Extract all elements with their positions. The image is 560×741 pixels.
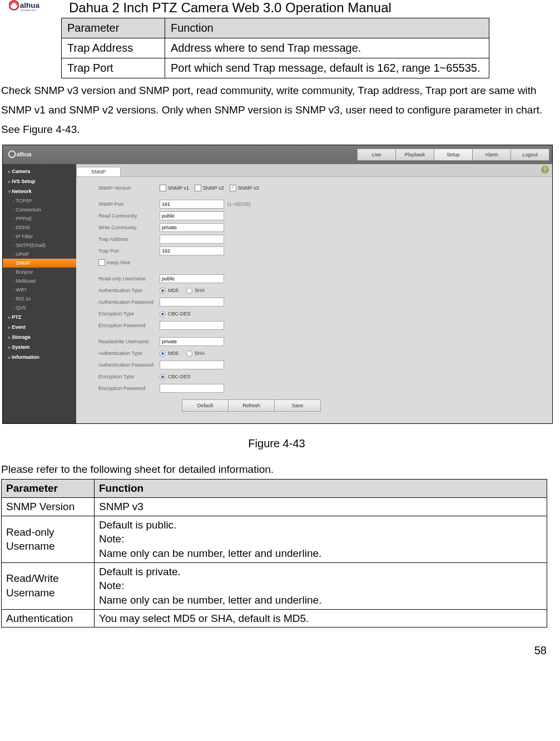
input-read-community[interactable] (160, 211, 224, 220)
th-parameter: Parameter (2, 480, 95, 498)
text-md5: MD5 (168, 288, 179, 293)
sidebar-item-smtp[interactable]: SMTP(Email) (3, 241, 76, 250)
label-trap-port: Trap Port (98, 248, 160, 254)
sidebar-item-wifi[interactable]: WIFI (3, 285, 76, 294)
save-button[interactable]: Save (274, 399, 321, 412)
svg-text:TECHNOLOGY: TECHNOLOGY (21, 9, 37, 12)
td-param: Trap Address (62, 38, 165, 58)
text-snmp-v3: SNMP v3 (238, 185, 259, 191)
text-snmp-v2: SNMP v2 (203, 185, 224, 191)
sidebar-group-ptz[interactable]: PTZ (3, 312, 76, 322)
bottom-param-table: Parameter Function SNMP Version SNMP v3 … (1, 479, 547, 628)
text-snmp-v1: SNMP v1 (168, 185, 189, 191)
sidebar-item-pppoe[interactable]: PPPoE (3, 214, 76, 223)
sidebar-item-8021x[interactable]: 802.1x (3, 294, 76, 303)
figure-caption: Figure 4-43 (0, 437, 553, 450)
sidebar-item-tcpip[interactable]: TCP/IP (3, 196, 76, 205)
radio-cbc-rw[interactable] (160, 374, 166, 380)
th-function: Function (95, 480, 547, 498)
td-func: SNMP v3 (95, 498, 547, 516)
sidebar-group-event[interactable]: Event (3, 322, 76, 332)
subtab-snmp[interactable]: SNMP (76, 167, 121, 176)
sidebar-item-qos[interactable]: QoS (3, 303, 76, 312)
input-auth-pwd-ro[interactable] (160, 298, 224, 307)
ui-subtab-strip: SNMP (76, 164, 552, 177)
label-auth-pwd-rw: Authentication Password (98, 362, 160, 368)
label-enc-type: Encryption Type (98, 311, 160, 317)
sidebar-item-upnp[interactable]: UPnP (3, 250, 76, 259)
ui-content: SNMP ? SNMP Version SNMP v1 SNMP v2 SNMP… (76, 164, 552, 423)
ui-topbar: alhua Live Playback Setup Alarm Logout (3, 145, 552, 164)
checkbox-keep-alive[interactable] (98, 259, 105, 266)
radio-md5-ro[interactable] (160, 288, 166, 294)
ui-sidebar: Camera IVS Setup Network TCP/IP Connecti… (3, 164, 76, 423)
embedded-ui-figure: alhua Live Playback Setup Alarm Logout C… (2, 145, 553, 424)
text-cbc-rw: CBC-DES (168, 374, 191, 379)
doc-title: Dahua 2 Inch PTZ Camera Web 3.0 Operatio… (69, 0, 391, 16)
input-enc-pwd-rw[interactable] (160, 384, 224, 393)
sidebar-item-bonjour[interactable]: Bonjour (3, 268, 76, 276)
label-enc-pwd: Encryption Password (98, 323, 160, 328)
sidebar-item-connection[interactable]: Connection (3, 205, 76, 214)
checkbox-snmp-v2[interactable] (195, 185, 201, 191)
input-auth-pwd-rw[interactable] (160, 360, 224, 369)
text-cbc: CBC-DES (168, 311, 191, 317)
input-enc-pwd-ro[interactable] (160, 321, 224, 330)
td-param: Authentication (2, 609, 95, 628)
refresh-button[interactable]: Refresh (228, 399, 275, 412)
input-snmp-port[interactable] (160, 200, 224, 209)
label-snmp-port: SNMP Port (98, 201, 160, 207)
td-func: Default is public. Note: Name only can b… (95, 516, 547, 562)
sidebar-group-information[interactable]: Information (3, 352, 76, 362)
sidebar-group-system[interactable]: System (3, 342, 76, 352)
checkbox-snmp-v3[interactable] (230, 185, 236, 191)
radio-sha-ro[interactable] (186, 288, 192, 294)
label-auth-type-rw: Authentication Type (98, 350, 160, 356)
sidebar-group-storage[interactable]: Storage (3, 332, 76, 342)
input-rw-username[interactable] (160, 337, 224, 346)
label-auth-pwd: Authentication Password (98, 299, 160, 305)
radio-cbc-ro[interactable] (160, 311, 166, 317)
th-function: Function (165, 18, 489, 38)
text-md5-rw: MD5 (168, 350, 179, 356)
ui-brand-logo: alhua (6, 149, 51, 161)
sidebar-group-camera[interactable]: Camera (3, 166, 76, 176)
radio-sha-rw[interactable] (186, 350, 192, 357)
tab-live[interactable]: Live (357, 149, 396, 161)
body-paragraph: Check SNMP v3 version and SNMP port, rea… (1, 81, 552, 139)
sidebar-item-snmp[interactable]: SNMP (3, 259, 76, 268)
input-ro-username[interactable] (160, 274, 224, 283)
sidebar-group-ivs[interactable]: IVS Setup (3, 176, 76, 186)
hint-snmp-port: (1~65535) (227, 201, 250, 207)
tab-setup[interactable]: Setup (434, 149, 473, 161)
text-sha-rw: SHA (195, 350, 205, 356)
page-number: 58 (0, 644, 547, 657)
td-func: Port which send Trap message, default is… (165, 58, 489, 78)
input-write-community[interactable] (160, 223, 224, 232)
sidebar-item-ipfilter[interactable]: IP Filter (3, 232, 76, 241)
checkbox-snmp-v1[interactable] (160, 185, 166, 191)
default-button[interactable]: Default (182, 399, 229, 412)
svg-point-3 (9, 151, 16, 158)
td-func: Address where to send Trap message. (165, 38, 489, 58)
ui-form: SNMP Version SNMP v1 SNMP v2 SNMP v3 SNM… (76, 177, 552, 412)
sidebar-group-network[interactable]: Network (3, 186, 76, 196)
label-ro-username: Read-only Username (98, 276, 160, 281)
th-parameter: Parameter (62, 18, 165, 38)
label-auth-type: Authentication Type (98, 288, 160, 293)
label-snmp-version: SNMP Version (98, 185, 160, 191)
sidebar-item-ddns[interactable]: DDNS (3, 223, 76, 232)
td-func: You may select MD5 or SHA, default is MD… (95, 609, 547, 628)
text-sha: SHA (195, 288, 205, 293)
input-trap-port[interactable] (160, 246, 224, 255)
input-trap-address[interactable] (160, 235, 224, 244)
td-param: SNMP Version (2, 498, 95, 516)
tab-playback[interactable]: Playback (395, 149, 434, 161)
tab-logout[interactable]: Logout (511, 149, 549, 161)
tab-alarm[interactable]: Alarm (472, 149, 511, 161)
doc-header: alhua TECHNOLOGY Dahua 2 Inch PTZ Camera… (0, 0, 553, 17)
td-func: Default is private. Note: Name only can … (95, 562, 547, 609)
sidebar-item-multicast[interactable]: Multicast (3, 276, 76, 285)
brand-logo: alhua TECHNOLOGY (9, 0, 59, 16)
radio-md5-rw[interactable] (160, 350, 166, 357)
